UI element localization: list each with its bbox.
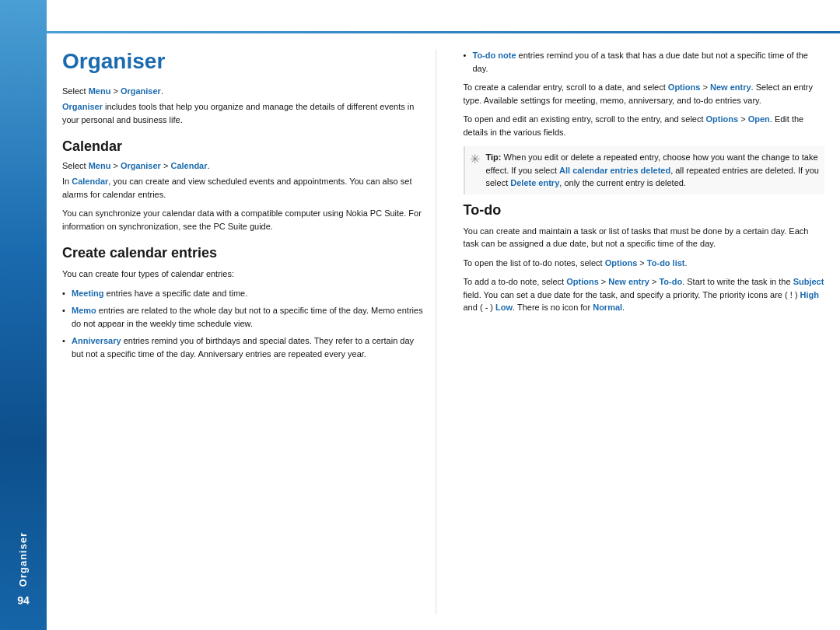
- sidebar: Organiser 94: [0, 0, 47, 630]
- new-entry-link-1[interactable]: New entry: [710, 82, 751, 92]
- todo-note-link[interactable]: To-do note: [473, 51, 516, 60]
- options-link-1[interactable]: Options: [668, 82, 701, 92]
- cal-calendar-link[interactable]: Calendar: [170, 161, 207, 170]
- organiser-menu-link[interactable]: Menu: [89, 86, 111, 96]
- anniversary-link[interactable]: Anniversary: [72, 336, 121, 345]
- subject-link[interactable]: Subject: [793, 277, 824, 286]
- new-entry-link-2[interactable]: New entry: [608, 277, 649, 286]
- page-number: 94: [17, 594, 30, 607]
- organiser-intro: Organiser includes tools that help you o…: [62, 100, 424, 126]
- organiser-select-end: .: [161, 86, 163, 96]
- bullet-anniversary: Anniversary entries remind you of birthd…: [62, 334, 424, 360]
- organiser-select-sep: >: [110, 86, 121, 96]
- organiser-select-prefix: Select: [62, 86, 89, 96]
- high-link[interactable]: High: [800, 290, 819, 299]
- sidebar-label: Organiser: [17, 532, 29, 586]
- main-content: Organiser Select Menu > Organiser. Organ…: [47, 49, 840, 614]
- main-content-area: Organiser Select Menu > Organiser. Organ…: [47, 0, 840, 630]
- memo-link[interactable]: Memo: [72, 306, 96, 315]
- todo-add-para: To add a to-do note, select Options > Ne…: [464, 275, 825, 314]
- todo-title: To-do: [464, 202, 825, 219]
- calendar-bullet-list: Meeting entries have a specific date and…: [62, 287, 424, 361]
- options-link-2[interactable]: Options: [706, 114, 739, 124]
- normal-link[interactable]: Normal: [593, 303, 622, 312]
- organiser-select-line: Select Menu > Organiser.: [62, 86, 424, 96]
- right-column: To-do note entries remind you of a task …: [460, 49, 825, 614]
- bullet-todo-note: To-do note entries remind you of a task …: [464, 49, 825, 75]
- cal-sep1: >: [110, 161, 121, 170]
- create-para1: You can create four types of calendar en…: [62, 268, 424, 281]
- calendar-title: Calendar: [62, 138, 424, 155]
- organiser-intro-text: includes tools that help you organize an…: [62, 102, 414, 124]
- create-calendar-para: To create a calendar entry, scroll to a …: [464, 81, 825, 107]
- tip-content: Tip: When you edit or delete a repeated …: [486, 151, 821, 190]
- options-link-4[interactable]: Options: [566, 277, 599, 286]
- page-title: Organiser: [62, 49, 424, 74]
- calendar-para2: You can synchronize your calendar data w…: [62, 207, 424, 233]
- todo-list-link[interactable]: To-do list: [647, 258, 685, 268]
- todo-link[interactable]: To-do: [659, 277, 682, 286]
- calendar-para1: In Calendar, you can create and view sch…: [62, 175, 424, 201]
- options-link-3[interactable]: Options: [605, 258, 638, 268]
- edit-para: To open and edit an existing entry, scro…: [464, 113, 825, 138]
- cal-organiser-link[interactable]: Organiser: [121, 161, 161, 170]
- cal-end: .: [208, 161, 210, 170]
- cal-select-prefix: Select: [62, 161, 89, 170]
- create-title: Create calendar entries: [62, 245, 424, 261]
- tip-text-3: , only the current entry is deleted.: [559, 178, 686, 187]
- low-link[interactable]: Low: [495, 303, 513, 312]
- sidebar-bottom: Organiser 94: [17, 532, 30, 607]
- delete-entry-link[interactable]: Delete entry: [510, 178, 559, 187]
- todo-open-para: To open the list of to-do notes, select …: [464, 257, 825, 270]
- meeting-link[interactable]: Meeting: [72, 289, 104, 298]
- tip-box: ✳ Tip: When you edit or delete a repeate…: [464, 146, 825, 194]
- top-border: [47, 31, 840, 33]
- todo-para1: You can create and maintain a task or li…: [464, 225, 825, 250]
- open-link[interactable]: Open: [748, 114, 770, 124]
- bullet-meeting: Meeting entries have a specific date and…: [62, 287, 424, 300]
- tip-icon: ✳: [470, 152, 480, 166]
- calendar-select-line: Select Menu > Organiser > Calendar.: [62, 161, 424, 170]
- cal-menu-link[interactable]: Menu: [89, 161, 111, 170]
- cal-sep2: >: [161, 161, 171, 170]
- right-bullet-list: To-do note entries remind you of a task …: [464, 49, 825, 75]
- bullet-memo: Memo entries are related to the whole da…: [62, 304, 424, 330]
- organiser-link[interactable]: Organiser: [121, 86, 161, 96]
- all-entries-link[interactable]: All calendar entries deleted: [559, 166, 670, 175]
- calendar-inline-link[interactable]: Calendar: [72, 177, 108, 186]
- left-column: Organiser Select Menu > Organiser. Organ…: [62, 49, 436, 614]
- organiser-bold-link: Organiser: [62, 102, 103, 111]
- tip-label: Tip:: [486, 152, 504, 162]
